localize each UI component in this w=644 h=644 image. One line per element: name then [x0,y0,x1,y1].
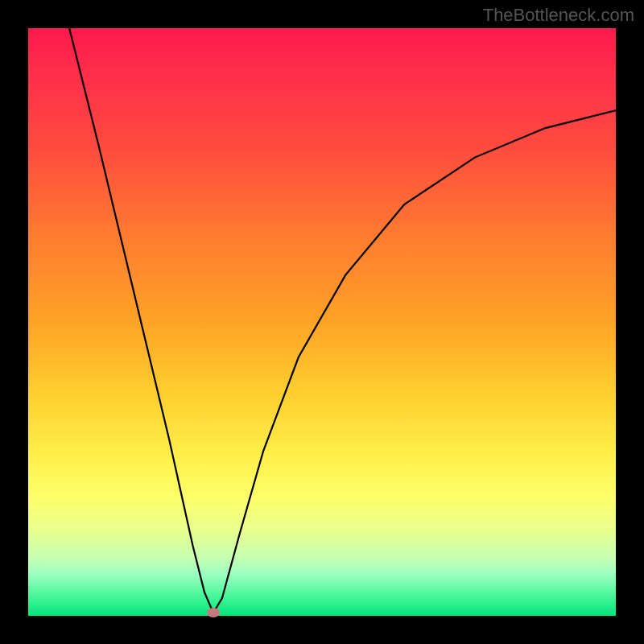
marker-dot [207,608,220,617]
chart-plot-area [28,28,616,616]
watermark-text: TheBottleneck.com [483,5,634,26]
curve-line [69,28,616,613]
curve-svg [28,28,616,616]
